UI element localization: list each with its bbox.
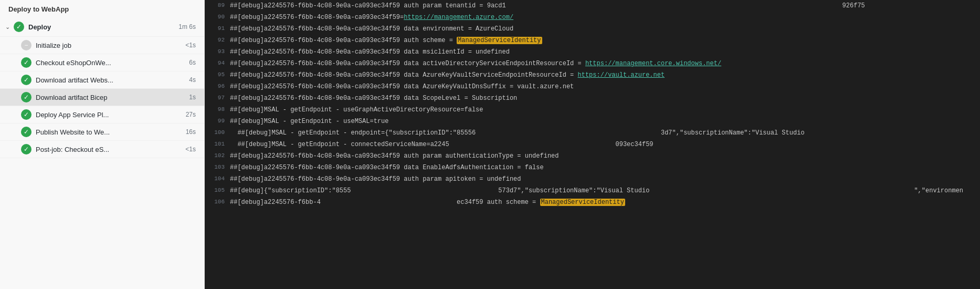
step-checkout[interactable]: ✓ Checkout eShopOnWe... 6s: [0, 54, 204, 71]
log-line-103: 103 ##[debug]a2245576-f6bb-4c08-9e0a-ca0…: [205, 162, 980, 173]
deploy-job-label: Deploy: [28, 23, 177, 31]
step-init-label: Initialize job: [36, 42, 177, 49]
step-download-webs-label: Download artifact Webs...: [36, 76, 177, 84]
log-line-104: 104 ##[debug]a2245576-f6bb-4c08-9e0a-ca0…: [205, 173, 980, 185]
step-init-duration: <1s: [177, 42, 196, 49]
keyvault-link[interactable]: https://vault.azure.net: [578, 71, 665, 79]
log-line-89: 89 ##[debug]a2245576-f6bb-4c08-9e0a-ca09…: [205, 0, 980, 12]
log-line-94: 94 ##[debug]a2245576-f6bb-4c08-9e0a-ca09…: [205, 58, 980, 69]
panel-title: Deploy to WebApp: [0, 0, 204, 17]
log-panel[interactable]: 89 ##[debug]a2245576-f6bb-4c08-9e0a-ca09…: [205, 0, 980, 289]
post-checkout-status-icon: ✓: [21, 144, 31, 154]
step-download-bicep-label: Download artifact Bicep: [36, 94, 177, 101]
log-line-92: 92 ##[debug]a2245576-f6bb-4c08-9e0a-ca09…: [205, 35, 980, 46]
step-deploy-app[interactable]: ✓ Deploy App Service Pl... 27s: [0, 106, 204, 123]
step-deploy-app-label: Deploy App Service Pl...: [36, 111, 177, 119]
left-panel: Deploy to WebApp ⌄ ✓ Deploy 1m 6s − Init…: [0, 0, 205, 289]
step-download-webs-duration: 4s: [177, 76, 196, 84]
init-status-icon: −: [21, 40, 31, 50]
step-checkout-duration: 6s: [177, 59, 196, 66]
log-line-100: 100 ##[debug]MSAL - getEndpoint - endpoi…: [205, 127, 980, 139]
log-line-105: 105 ##[debug]{"subscriptionID":"8555 573…: [205, 185, 980, 197]
log-line-96: 96 ##[debug]a2245576-f6bb-4c08-9e0a-ca09…: [205, 81, 980, 92]
azure-management-link[interactable]: https://management.azure.com/: [404, 14, 513, 21]
step-publish-duration: 16s: [177, 128, 196, 136]
step-init[interactable]: − Initialize job <1s: [0, 37, 204, 54]
msi-highlight-1: ManagedServiceIdentity: [457, 37, 542, 44]
log-line-93: 93 ##[debug]a2245576-f6bb-4c08-9e0a-ca09…: [205, 46, 980, 58]
log-line-97: 97 ##[debug]a2245576-f6bb-4c08-9e0a-ca09…: [205, 92, 980, 104]
download-webs-status-icon: ✓: [21, 75, 31, 85]
log-line-90: 90 ##[debug]a2245576-f6bb-4c08-9e0a-ca09…: [205, 12, 980, 23]
chevron-down-icon: ⌄: [5, 24, 14, 30]
step-download-webs[interactable]: ✓ Download artifact Webs... 4s: [0, 71, 204, 89]
step-post-checkout-duration: <1s: [177, 146, 196, 153]
log-line-106: 106 ##[debug]a2245576-f6bb-4 ec34f59 aut…: [205, 197, 980, 208]
step-publish-label: Publish Website to We...: [36, 128, 177, 136]
log-line-91: 91 ##[debug]a2245576-f6bb-4c08-9e0a-ca09…: [205, 23, 980, 35]
log-line-95: 95 ##[debug]a2245576-f6bb-4c08-9e0a-ca09…: [205, 69, 980, 81]
log-line-101: 101 ##[debug]MSAL - getEndpoint - connec…: [205, 139, 980, 150]
deploy-job-row[interactable]: ⌄ ✓ Deploy 1m 6s: [0, 17, 204, 37]
log-line-99: 99 ##[debug]MSAL - getEndpoint - useMSAL…: [205, 116, 980, 127]
msi-highlight-2: ManagedServiceIdentity: [540, 199, 625, 206]
step-post-checkout-label: Post-job: Checkout eS...: [36, 146, 177, 153]
checkout-status-icon: ✓: [21, 57, 31, 68]
step-publish-website[interactable]: ✓ Publish Website to We... 16s: [0, 123, 204, 141]
deploy-app-status-icon: ✓: [21, 109, 31, 120]
step-post-checkout[interactable]: ✓ Post-job: Checkout eS... <1s: [0, 141, 204, 158]
log-line-102: 102 ##[debug]a2245576-f6bb-4c08-9e0a-ca0…: [205, 150, 980, 162]
step-deploy-app-duration: 27s: [177, 111, 196, 118]
step-checkout-label: Checkout eShopOnWe...: [36, 59, 177, 67]
publish-status-icon: ✓: [21, 127, 31, 137]
log-line-98: 98 ##[debug]MSAL - getEndpoint - useGrap…: [205, 104, 980, 116]
deploy-job-duration: 1m 6s: [177, 23, 196, 30]
download-bicep-status-icon: ✓: [21, 92, 31, 102]
deploy-status-icon: ✓: [14, 22, 24, 32]
step-download-bicep-duration: 1s: [177, 94, 196, 101]
ad-endpoint-link[interactable]: https://management.core.windows.net/: [585, 60, 721, 67]
step-download-bicep[interactable]: ✓ Download artifact Bicep 1s: [0, 89, 204, 106]
